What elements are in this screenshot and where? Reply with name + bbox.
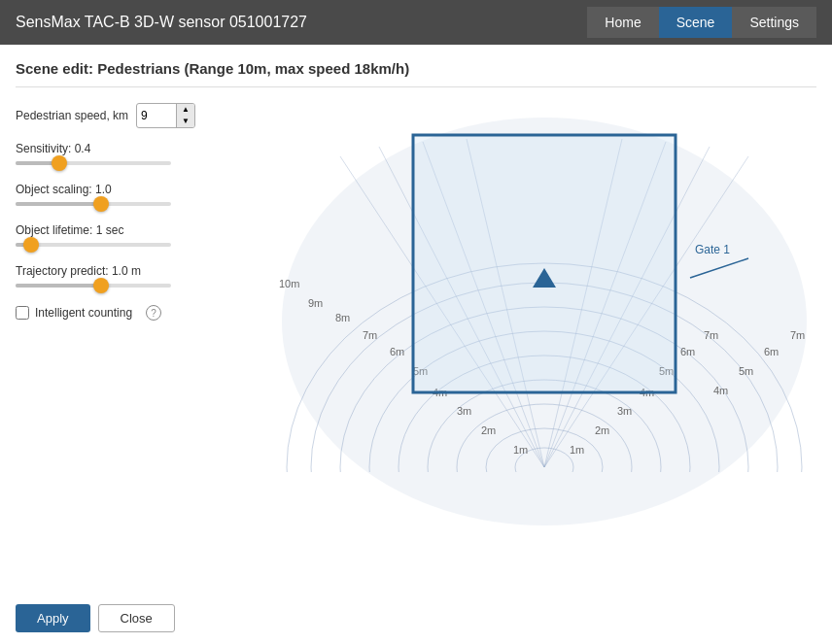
svg-text:1m: 1m	[570, 444, 584, 456]
trajectory-predict-track	[16, 284, 171, 288]
trajectory-predict-thumb[interactable]	[93, 278, 109, 293]
svg-text:5m: 5m	[739, 365, 753, 377]
svg-text:6m: 6m	[680, 346, 695, 357]
intelligent-counting-checkbox[interactable]	[16, 306, 29, 320]
svg-text:6m: 6m	[390, 346, 404, 357]
nav-buttons: Home Scene Settings	[587, 7, 816, 38]
object-scaling-track	[16, 202, 171, 206]
app-title: SensMax TAC-B 3D-W sensor 051001727	[16, 14, 307, 31]
svg-text:Gate 1: Gate 1	[695, 243, 730, 256]
object-lifetime-thumb[interactable]	[23, 237, 39, 253]
footer-buttons: Apply Close	[16, 604, 175, 632]
sensitivity-section: Sensitivity: 0.4	[16, 142, 249, 165]
sensitivity-track	[16, 161, 171, 165]
svg-text:7m: 7m	[363, 329, 377, 341]
trajectory-predict-fill	[16, 284, 101, 288]
spin-buttons: ▲ ▼	[176, 104, 194, 127]
pedestrian-speed-label: Pedestrian speed, km	[16, 109, 128, 122]
svg-text:7m: 7m	[704, 329, 718, 341]
object-scaling-label: Object scaling: 1.0	[16, 183, 249, 196]
svg-text:8m: 8m	[335, 312, 350, 323]
spin-down-btn[interactable]: ▼	[177, 116, 194, 127]
spin-up-btn[interactable]: ▲	[177, 104, 194, 116]
svg-text:1m: 1m	[513, 444, 528, 456]
trajectory-predict-section: Trajectory predict: 1.0 m	[16, 264, 249, 288]
header: SensMax TAC-B 3D-W sensor 051001727 Home…	[0, 0, 832, 45]
help-icon[interactable]: ?	[146, 305, 161, 321]
intelligent-counting-row: Intelligent counting ?	[16, 305, 249, 321]
pedestrian-speed-row: Pedestrian speed, km ▲ ▼	[16, 103, 249, 128]
detection-svg: 10m 9m 8m 7m 6m 5m 4m 3m 2m 1m 1m 2m 3m …	[262, 98, 826, 555]
sensitivity-thumb[interactable]	[52, 155, 67, 171]
trajectory-predict-label: Trajectory predict: 1.0 m	[16, 264, 249, 278]
left-panel: Pedestrian speed, km ▲ ▼ Sensitivity: 0.…	[16, 103, 249, 321]
nav-home[interactable]: Home	[587, 7, 658, 38]
sensitivity-label: Sensitivity: 0.4	[16, 142, 249, 155]
intelligent-counting-label: Intelligent counting	[35, 306, 132, 320]
svg-text:7m: 7m	[790, 329, 805, 341]
svg-text:9m: 9m	[308, 297, 323, 309]
object-lifetime-section: Object lifetime: 1 sec	[16, 223, 249, 247]
object-lifetime-track	[16, 243, 171, 247]
svg-text:10m: 10m	[279, 278, 299, 289]
pedestrian-speed-input-wrap: ▲ ▼	[136, 103, 195, 128]
svg-text:3m: 3m	[457, 405, 471, 417]
viz-area: 10m 9m 8m 7m 6m 5m 4m 3m 2m 1m 1m 2m 3m …	[262, 98, 826, 555]
svg-text:6m: 6m	[764, 346, 779, 357]
svg-text:3m: 3m	[617, 405, 632, 417]
nav-scene[interactable]: Scene	[659, 7, 733, 38]
svg-text:2m: 2m	[595, 424, 609, 436]
pedestrian-speed-input[interactable]	[137, 107, 176, 124]
close-button[interactable]: Close	[98, 604, 175, 632]
nav-settings[interactable]: Settings	[732, 7, 816, 38]
object-scaling-thumb[interactable]	[93, 196, 109, 212]
apply-button[interactable]: Apply	[16, 604, 90, 632]
svg-text:2m: 2m	[481, 424, 496, 436]
object-scaling-section: Object scaling: 1.0	[16, 183, 249, 206]
svg-rect-40	[413, 135, 676, 392]
svg-text:4m: 4m	[713, 385, 728, 396]
scene-title: Scene edit: Pedestrians (Range 10m, max …	[16, 60, 816, 87]
main-content: Scene edit: Pedestrians (Range 10m, max …	[0, 45, 832, 644]
object-lifetime-label: Object lifetime: 1 sec	[16, 223, 249, 237]
object-scaling-fill	[16, 202, 101, 206]
